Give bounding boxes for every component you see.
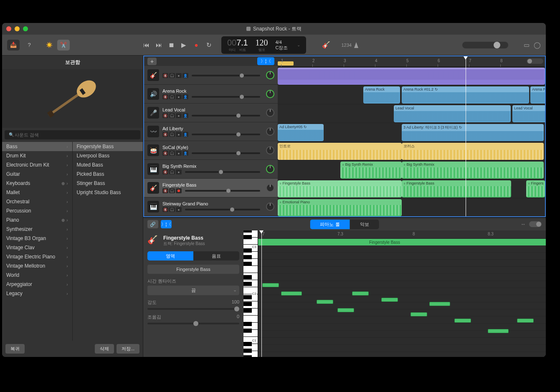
window-maximize[interactable]: [23, 26, 28, 31]
library-search[interactable]: [5, 130, 140, 139]
delete-button[interactable]: 삭제: [95, 344, 114, 354]
library-category[interactable]: Orchestral›: [2, 197, 72, 206]
track-volume[interactable]: [192, 75, 260, 76]
region[interactable]: 3 Ad Liberty: 테이크 3 (3 테이크) ↻: [402, 124, 544, 141]
tool-smart[interactable]: ☀️: [43, 40, 56, 51]
editor-automation-toggle[interactable]: [529, 221, 542, 227]
forward-button[interactable]: ⏭: [155, 41, 163, 48]
record-enable[interactable]: ●: [176, 169, 182, 175]
record-enable[interactable]: ●: [176, 113, 182, 118]
midi-note[interactable]: [337, 308, 354, 312]
track-pan[interactable]: [266, 165, 274, 173]
solo-button[interactable]: 🎧: [169, 169, 175, 175]
quantize-select[interactable]: 끔: [147, 286, 239, 295]
piano-roll-playhead[interactable]: [261, 230, 262, 357]
mute-button[interactable]: 🔇: [162, 94, 168, 99]
region-row[interactable]: ⬨ Emotional Piano: [278, 198, 545, 216]
region[interactable]: ⬨ Fingers: [526, 180, 545, 197]
region-row[interactable]: ⬨ Fingerstyle Bass⬨ Fingerstyle Bass⬨ Fi…: [278, 180, 545, 198]
mute-button[interactable]: 🔇: [162, 113, 168, 118]
record-enable[interactable]: ●: [176, 73, 182, 78]
ruler[interactable]: 12345678: [278, 56, 545, 67]
region-row[interactable]: 인트로코러스: [278, 142, 545, 161]
library-patch[interactable]: Muted Bass: [73, 160, 143, 169]
region[interactable]: [278, 68, 545, 85]
seg-note[interactable]: 음표: [193, 251, 239, 260]
track-header[interactable]: 🎤 Lead Vocal 🔇 🎧 ●👤: [144, 104, 278, 122]
input-monitor[interactable]: 👤: [182, 94, 188, 99]
region[interactable]: Arena Rock: [363, 86, 400, 104]
region[interactable]: Lead Vocal: [512, 105, 545, 122]
library-category[interactable]: Bass›: [2, 142, 72, 151]
stop-button[interactable]: ⏹: [167, 41, 175, 48]
track-volume[interactable]: [192, 96, 260, 98]
library-category[interactable]: Vintage Mellotron›: [2, 261, 72, 271]
record-enable[interactable]: ●: [176, 132, 182, 137]
record-enable[interactable]: ●: [176, 94, 182, 99]
input-monitor[interactable]: 👤: [182, 73, 188, 78]
midi-note[interactable]: [352, 291, 369, 296]
mute-button[interactable]: 🔇: [162, 151, 168, 156]
play-button[interactable]: ▶: [180, 41, 188, 49]
record-enable[interactable]: ●: [176, 207, 182, 212]
region-row[interactable]: [278, 67, 545, 86]
mute-button[interactable]: 🔇: [162, 132, 168, 137]
record-enable[interactable]: ●: [176, 151, 182, 156]
seg-region[interactable]: 영역: [147, 251, 193, 260]
library-patch[interactable]: Stinger Bass: [73, 179, 143, 188]
piano-roll[interactable]: C3 C2 C1 77.388.3 Fingerstyle Bass: [243, 230, 546, 357]
editor-filter-button[interactable]: 〉¦〈: [161, 220, 172, 228]
track-header[interactable]: 🎹 Steinway Grand Piano 🔇 🎧 ●: [144, 197, 278, 216]
input-monitor[interactable]: 👤: [182, 132, 188, 137]
mute-button[interactable]: 🔇: [162, 188, 168, 193]
midi-note[interactable]: [262, 283, 279, 287]
library-category[interactable]: Drum Kit›: [2, 151, 72, 160]
transpose-slider[interactable]: [147, 323, 239, 324]
search-input[interactable]: [5, 130, 140, 139]
record-enable[interactable]: [176, 188, 182, 193]
lcd-display[interactable]: 007.1 마디 비트 120 템포 4/4 C장조 ⌄: [221, 36, 306, 54]
track-header[interactable]: 🥁 SoCal (Kyle) 🔇 🎧 ●👤: [144, 141, 278, 160]
region-row[interactable]: Ad Liberty#05 ↻3 Ad Liberty: 테이크 3 (3 테이…: [278, 123, 545, 142]
master-volume[interactable]: [462, 42, 508, 48]
library-category[interactable]: Percussion›: [2, 206, 72, 215]
track-pan[interactable]: [266, 146, 274, 154]
window-close[interactable]: [6, 26, 11, 31]
region[interactable]: ⬨ Fingerstyle Bass: [278, 180, 402, 197]
timeline[interactable]: 12345678 Arena RockArena Rock #01.2 ↻Are…: [278, 56, 545, 216]
rewind-button[interactable]: ⏮: [142, 41, 150, 48]
midi-note[interactable]: [517, 319, 534, 323]
region[interactable]: 인트로: [278, 143, 402, 160]
track-volume[interactable]: [192, 115, 260, 116]
midi-note[interactable]: [488, 329, 509, 333]
solo-button[interactable]: 🎧: [169, 207, 175, 212]
library-category[interactable]: Arpeggiator›: [2, 280, 72, 289]
region-row[interactable]: Arena RockArena Rock #01.2 ↻Arena Ro: [278, 86, 545, 104]
library-category[interactable]: Vintage B3 Organ›: [2, 234, 72, 243]
tuner-button[interactable]: 🎸: [322, 41, 330, 49]
region-name-field[interactable]: Fingerstyle Bass: [147, 265, 239, 274]
notepad-button[interactable]: ▭: [524, 41, 530, 49]
midi-note[interactable]: [281, 291, 302, 296]
mute-button[interactable]: 🔇: [162, 73, 168, 78]
input-monitor[interactable]: 👤: [182, 113, 188, 118]
library-category[interactable]: Vintage Clav›: [2, 243, 72, 252]
tool-scissors[interactable]: ✂️: [57, 40, 70, 51]
solo-button[interactable]: 🎧: [169, 132, 175, 137]
solo-button[interactable]: 🎧: [169, 113, 175, 118]
playhead[interactable]: [466, 56, 466, 216]
record-button[interactable]: ●: [192, 41, 200, 48]
solo-button[interactable]: 🎧: [169, 188, 175, 193]
library-patch-list[interactable]: Fingerstyle BassLiverpool BassMuted Bass…: [73, 142, 143, 341]
horizontal-zoom[interactable]: [527, 58, 543, 64]
library-category-list[interactable]: Bass›Drum Kit›Electronic Drum Kit›Guitar…: [2, 142, 73, 341]
piano-roll-notes[interactable]: [258, 245, 546, 357]
track-pan[interactable]: [266, 202, 274, 211]
track-volume[interactable]: [185, 171, 260, 173]
piano-roll-region-header[interactable]: Fingerstyle Bass: [258, 239, 546, 245]
library-category[interactable]: Piano⊕›: [2, 215, 72, 225]
track-header[interactable]: 🎹 Big Synth Remix 🔇 🎧 ●: [144, 160, 278, 179]
revert-button[interactable]: 복귀: [5, 344, 25, 354]
midi-note[interactable]: [410, 312, 427, 316]
tab-piano-roll[interactable]: 피아노 롤: [310, 220, 350, 229]
